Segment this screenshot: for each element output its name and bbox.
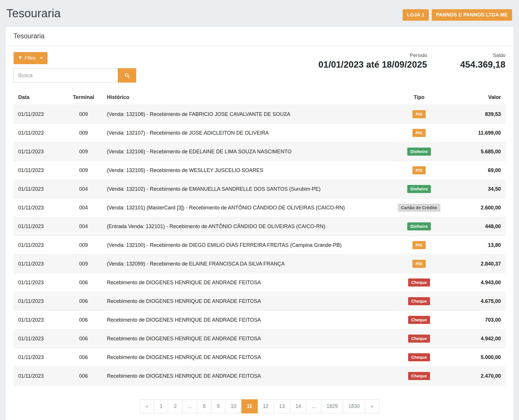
cell-tipo: PIX — [382, 255, 457, 273]
cell-tipo: PIX — [382, 124, 457, 142]
cell-valor: 703,00 — [457, 311, 505, 329]
cell-tipo: Cartão de Crédito — [382, 198, 457, 217]
header-tipo: Tipo — [382, 91, 457, 105]
cell-tipo: Cheque — [382, 329, 457, 348]
table-row: 01/11/2023004(Venda: 132102) - Recebimen… — [14, 180, 505, 198]
saldo-value: 454.369,18 — [460, 60, 505, 70]
table-row: 01/11/2023006Recebimento de DIOGENES HEN… — [14, 348, 505, 367]
page-button-1829[interactable]: 1829 — [321, 399, 343, 413]
cell-valor: 4.943,00 — [457, 273, 505, 292]
table-row: 01/11/2023006Recebimento de DIOGENES HEN… — [14, 292, 505, 311]
cell-terminal: 006 — [65, 292, 102, 311]
cell-terminal: 009 — [65, 124, 102, 142]
cell-data: 01/11/2023 — [14, 255, 65, 273]
cell-valor: 2.600,00 — [457, 198, 505, 217]
page-button-12[interactable]: 12 — [257, 399, 274, 413]
cell-data: 01/11/2023 — [14, 348, 65, 367]
cell-historico: Recebimento de DIOGENES HENRIQUE DE ANDR… — [102, 311, 382, 329]
cell-terminal: 009 — [65, 105, 102, 124]
ellipsis-page-button: ... — [182, 399, 197, 413]
cell-data: 01/11/2023 — [14, 124, 65, 142]
tipo-badge: Dinheiro — [407, 185, 431, 193]
table-row: 01/11/2023009(Venda: 132106) - Recebimen… — [14, 142, 505, 161]
next-page-button[interactable]: » — [365, 399, 379, 413]
table-row: 01/11/2023006Recebimento de DIOGENES HEN… — [14, 367, 505, 385]
page-button-11[interactable]: 11 — [241, 399, 258, 413]
saldo-stat: Saldo 454.369,18 — [460, 53, 505, 70]
store-badge[interactable]: LOJA 1 — [403, 9, 429, 21]
cell-data: 01/11/2023 — [14, 142, 65, 161]
header-historico: Histórico — [102, 91, 382, 105]
header-terminal: Terminal — [65, 91, 102, 105]
table-body: 01/11/2023009(Venda: 132108) - Recebimen… — [14, 105, 505, 385]
controls-row: Filtro — [14, 52, 505, 83]
cell-tipo: Cheque — [382, 292, 457, 311]
table-row: 01/11/2023006Recebimento de DIOGENES HEN… — [14, 311, 505, 329]
cell-terminal: 004 — [65, 217, 102, 236]
table-head: Data Terminal Histórico Tipo Valor — [14, 91, 505, 105]
cell-data: 01/11/2023 — [14, 236, 65, 255]
page-button-10[interactable]: 10 — [225, 399, 242, 413]
prev-page-button[interactable]: « — [140, 399, 154, 413]
cell-historico: (Venda: 132101) (MasterCard [3]) - Receb… — [102, 198, 382, 217]
page-button-8[interactable]: 8 — [197, 399, 211, 413]
cell-tipo: Cheque — [382, 348, 457, 367]
cell-data: 01/11/2023 — [14, 105, 65, 124]
cell-terminal: 006 — [65, 329, 102, 348]
cell-valor: 11.699,00 — [457, 124, 505, 142]
tipo-badge: Cheque — [408, 353, 430, 361]
table-row: 01/11/2023009(Venda: 132107) - Recebimen… — [14, 124, 505, 142]
cell-tipo: Cheque — [382, 367, 457, 385]
cell-data: 01/11/2023 — [14, 292, 65, 311]
page-button-9[interactable]: 9 — [211, 399, 226, 413]
company-badge[interactable]: PANNOS E PANNOS LTDA ME — [432, 9, 512, 21]
page-button-1830[interactable]: 1830 — [343, 399, 365, 413]
pagination: «12...891011121314...18291830» — [14, 399, 505, 413]
page-button-13[interactable]: 13 — [274, 399, 290, 413]
header-valor: Valor — [457, 91, 505, 105]
cell-historico: (Venda: 132099) - Recebimento de ELAINE … — [102, 255, 382, 273]
cell-data: 01/11/2023 — [14, 217, 65, 236]
page-button-14[interactable]: 14 — [290, 399, 306, 413]
cell-data: 01/11/2023 — [14, 311, 65, 329]
table-row: 01/11/2023009(Venda: 132099) - Recebimen… — [14, 255, 505, 273]
tipo-badge: Cheque — [408, 278, 430, 287]
tipo-badge: Cheque — [408, 372, 430, 380]
page-button-2[interactable]: 2 — [168, 399, 182, 413]
header-data: Data — [14, 91, 65, 105]
cell-data: 01/11/2023 — [14, 329, 65, 348]
filter-button[interactable]: Filtro — [14, 52, 48, 64]
cell-valor: 5.685,00 — [457, 142, 505, 161]
cell-valor: 4.675,00 — [457, 292, 505, 311]
cell-tipo: Dinheiro — [382, 142, 457, 161]
top-badges: LOJA 1 PANNOS E PANNOS LTDA ME — [403, 9, 512, 21]
cell-valor: 5.000,00 — [457, 348, 505, 367]
cell-historico: (Venda: 132102) - Recebimento de EMANUEL… — [102, 180, 382, 198]
cell-historico: (Venda: 132108) - Recebimento de FABRICI… — [102, 105, 382, 124]
cell-valor: 13,80 — [457, 236, 505, 255]
table-row: 01/11/2023009(Venda: 132100) - Recebimen… — [14, 236, 505, 255]
cell-historico: (Venda: 132106) - Recebimento de EDELAIN… — [102, 142, 382, 161]
cell-valor: 34,50 — [457, 180, 505, 198]
cell-historico: Recebimento de DIOGENES HENRIQUE DE ANDR… — [102, 348, 382, 367]
table-row: 01/11/2023009(Venda: 132105) - Recebimen… — [14, 161, 505, 180]
cell-tipo: Dinheiro — [382, 217, 457, 236]
cell-historico: (Entrada Venda: 132101) - Recebimento de… — [102, 217, 382, 236]
page-button-1[interactable]: 1 — [154, 399, 168, 413]
cell-terminal: 006 — [65, 367, 102, 385]
search-button[interactable] — [118, 68, 136, 83]
tipo-badge: PIX — [412, 129, 426, 137]
cell-historico: (Venda: 132107) - Recebimento de JOSE AD… — [102, 124, 382, 142]
card-title: Tesouraria — [5, 27, 514, 46]
cell-historico: (Venda: 132100) - Recebimento de DIEGO E… — [102, 236, 382, 255]
cell-terminal: 004 — [65, 198, 102, 217]
cell-historico: Recebimento de DIOGENES HENRIQUE DE ANDR… — [102, 273, 382, 292]
table-header-row: Data Terminal Histórico Tipo Valor — [14, 91, 505, 105]
cell-valor: 2.470,00 — [457, 367, 505, 385]
cell-historico: Recebimento de DIOGENES HENRIQUE DE ANDR… — [102, 292, 382, 311]
page: Tesouraria LOJA 1 PANNOS E PANNOS LTDA M… — [0, 0, 519, 420]
cell-terminal: 006 — [65, 311, 102, 329]
cell-historico: Recebimento de DIOGENES HENRIQUE DE ANDR… — [102, 329, 382, 348]
search-input[interactable] — [14, 68, 118, 83]
cell-data: 01/11/2023 — [14, 161, 65, 180]
